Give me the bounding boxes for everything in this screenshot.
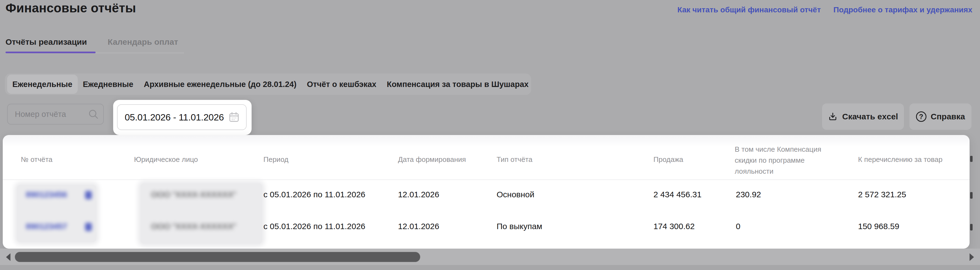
date-picker-spotlight	[113, 100, 251, 135]
date-range-input[interactable]	[124, 112, 228, 123]
download-icon	[828, 112, 838, 122]
cell-transfer-for-goods: 150 968.59	[858, 222, 899, 231]
copy-icon[interactable]	[85, 191, 92, 199]
page-title: Финансовые отчёты	[5, 0, 136, 15]
cell-report-type: Основной	[496, 190, 535, 199]
scroll-right-arrow-icon[interactable]	[970, 253, 974, 261]
report-type-segmented-control: Еженедельные Ежедневные Архивные еженеде…	[5, 73, 531, 95]
col-header-legal-entity: Юридическое лицо	[134, 155, 198, 164]
link-tariffs-deductions[interactable]: Подробнее о тарифах и удержаниях	[833, 5, 972, 14]
download-excel-label: Скачать excel	[842, 112, 898, 121]
help-button[interactable]: ? Справка	[909, 103, 972, 130]
report-number-search[interactable]	[7, 104, 104, 125]
scrollbar-thumb[interactable]	[15, 252, 420, 262]
reports-table-panel: № отчёта Юридическое лицо Период Дата фо…	[3, 135, 970, 249]
report-number-link[interactable]: 890123457	[26, 222, 67, 231]
col-header-loyalty-compensation: В том числе Компенсация скидки по програ…	[735, 144, 827, 177]
report-number-link[interactable]: 890123456	[26, 190, 67, 199]
calendar-icon	[228, 111, 240, 123]
col-header-transfer-for-goods: К перечислению за товар	[858, 155, 942, 164]
clipped-column-text-sliver	[970, 192, 973, 199]
tab-sales-reports[interactable]: Отчёты реализации	[5, 37, 87, 47]
cell-sale: 174 300.62	[654, 222, 695, 231]
download-excel-button[interactable]: Скачать excel	[822, 103, 904, 130]
pill-daily[interactable]: Ежедневные	[78, 75, 139, 94]
cell-transfer-for-goods: 2 572 321.25	[858, 190, 906, 199]
pill-shushary-compensation[interactable]: Компенсация за товары в Шушарах	[382, 75, 534, 94]
header-divider	[3, 179, 970, 180]
col-header-period: Период	[263, 155, 288, 164]
cell-sale: 2 434 456.31	[654, 190, 702, 199]
cell-date-formed: 12.01.2026	[398, 190, 439, 199]
search-icon	[88, 109, 99, 120]
tab-payment-calendar[interactable]: Календарь оплат	[108, 37, 178, 47]
header-links: Как читать общий финансовый отчёт Подроб…	[677, 5, 972, 14]
col-header-report-number: № отчёта	[21, 155, 52, 164]
question-circle-icon: ?	[916, 111, 926, 122]
date-range-picker[interactable]	[117, 104, 247, 130]
pill-archive-weekly[interactable]: Архивные еженедельные (до 28.01.24)	[138, 75, 302, 94]
cell-period: с 05.01.2026 по 11.01.2026	[263, 222, 365, 231]
link-how-to-read-report[interactable]: Как читать общий финансовый отчёт	[677, 5, 821, 14]
horizontal-scrollbar[interactable]	[0, 249, 980, 265]
cell-legal-entity: ООО "ХХХХ-ХХХХХХ"	[151, 222, 236, 231]
active-tab-underline	[5, 52, 95, 53]
copy-icon[interactable]	[85, 223, 92, 231]
cell-legal-entity: ООО "ХХХХ-ХХХХХХ"	[151, 190, 236, 199]
col-header-date-formed: Дата формирования	[398, 155, 466, 164]
scroll-left-arrow-icon[interactable]	[6, 253, 10, 261]
cell-period: с 05.01.2026 по 11.01.2026	[263, 190, 365, 199]
page-bottom-strip	[0, 265, 980, 270]
pill-cashback-report[interactable]: Отчёт о кешбэках	[302, 75, 382, 94]
help-label: Справка	[931, 112, 965, 121]
search-input[interactable]	[14, 110, 88, 119]
clipped-column-text-sliver	[970, 224, 973, 230]
financial-reports-page: Финансовые отчёты Как читать общий финан…	[0, 0, 980, 270]
cell-date-formed: 12.01.2026	[398, 222, 439, 231]
cell-loyalty-compensation: 230.92	[736, 190, 761, 199]
cell-report-type: По выкупам	[496, 222, 542, 231]
pill-weekly[interactable]: Еженедельные	[7, 75, 78, 94]
clipped-column-text-sliver	[970, 156, 973, 162]
col-header-sale: Продажа	[654, 155, 683, 164]
cell-loyalty-compensation: 0	[736, 222, 740, 231]
col-header-report-type: Тип отчёта	[496, 155, 532, 164]
